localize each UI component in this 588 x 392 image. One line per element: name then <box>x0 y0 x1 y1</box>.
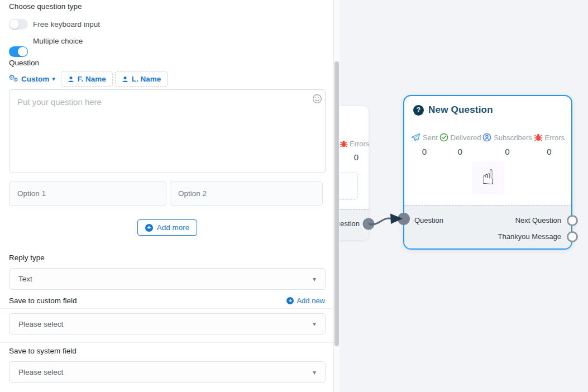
add-new-custom-field-button[interactable]: + Add new <box>286 297 325 305</box>
add-new-label: Add new <box>297 297 325 305</box>
toggle-free-keyboard-input[interactable] <box>9 19 28 30</box>
subscribers-icon <box>482 133 491 142</box>
output-port-next-question[interactable] <box>567 215 578 226</box>
selected-value: Text <box>18 275 32 283</box>
hand-cursor-icon: ☝ <box>482 167 495 188</box>
node-title: New Question <box>428 104 493 116</box>
stat-label: Delivered <box>451 133 481 142</box>
node-stats: Sent 0 Delivered 0 <box>404 133 571 156</box>
cursor-highlight: ☝ <box>472 162 504 194</box>
system-field-label: Save to system field <box>9 347 77 355</box>
scrollbar-thumb[interactable] <box>334 61 339 346</box>
stat-label: Subscribers <box>494 133 532 142</box>
custom-field-select[interactable]: Please select ▾ <box>9 313 326 334</box>
reply-type-label: Reply type <box>9 254 45 262</box>
gears-icon: ⚙⚙ <box>9 75 18 84</box>
custom-fields-dropdown-button[interactable]: ⚙⚙ Custom ▾ <box>9 73 59 86</box>
stat-subscribers: Subscribers 0 <box>482 133 532 156</box>
chip-label: L. Name <box>132 75 161 83</box>
errors-icon <box>534 133 543 142</box>
stat-value: 0 <box>505 147 509 156</box>
delivered-icon <box>439 133 448 142</box>
output-port-thankyou-message[interactable] <box>567 231 578 242</box>
custom-field-label: Save to custom field <box>9 297 77 305</box>
stat-value: 0 <box>340 152 373 162</box>
stat-label: Errors <box>350 140 369 148</box>
emoji-picker-button[interactable] <box>312 94 322 104</box>
stat-errors: Errors 0 <box>534 133 565 156</box>
stat-label: Errors <box>545 133 565 142</box>
stat-delivered: Delivered 0 <box>439 133 481 156</box>
toggle-label: Free keyboard input <box>33 20 100 28</box>
select-placeholder: Please select <box>18 320 63 328</box>
question-text-input[interactable] <box>9 89 326 173</box>
question-settings-panel: Choose question type Free keyboard input… <box>0 0 334 392</box>
send-icon <box>411 133 420 142</box>
stat-label: Sent <box>423 133 438 142</box>
chevron-down-icon: ▾ <box>52 75 55 83</box>
errors-icon <box>340 140 348 148</box>
person-icon <box>68 76 74 83</box>
option-1-input[interactable] <box>9 181 166 206</box>
toggle-label: Multiple choice <box>33 37 83 45</box>
reply-type-select[interactable]: Text ▾ <box>9 268 326 290</box>
system-field-select[interactable]: Please select ▾ <box>9 361 326 383</box>
add-more-button[interactable]: + Add more <box>137 219 198 236</box>
chevron-down-icon: ▾ <box>313 369 316 376</box>
node-header: ? New Question <box>413 104 493 116</box>
plus-circle-icon: + <box>286 297 294 304</box>
new-question-node[interactable]: ? New Question Sent 0 <box>403 95 572 250</box>
input-port-label: Question <box>414 216 443 224</box>
chevron-down-icon: ▾ <box>313 320 316 328</box>
app-screen: Errors 0 Next Question ? New Question <box>0 0 588 392</box>
section-divider <box>0 308 334 309</box>
chip-label: F. Name <box>78 75 106 83</box>
toggle-multiple-choice[interactable] <box>9 46 28 57</box>
node-footer: Question Next Question Thankyou Message <box>404 205 571 248</box>
person-icon <box>122 76 128 83</box>
partial-node-errors-stat: Errors 0 <box>340 140 373 162</box>
stat-value: 0 <box>547 147 551 156</box>
select-placeholder: Please select <box>18 368 63 376</box>
section-title-choose-question-type: Choose question type <box>9 2 82 11</box>
chevron-down-icon: ▾ <box>313 275 316 283</box>
option-2-input[interactable] <box>170 181 323 206</box>
output-port-label: Next Question <box>515 216 561 224</box>
question-section-label: Question <box>9 59 39 67</box>
custom-button-label: Custom <box>21 75 49 83</box>
panel-scrollbar[interactable] <box>334 0 340 392</box>
output-port-label: Thankyou Message <box>498 232 561 241</box>
question-badge-icon: ? <box>413 105 424 116</box>
smiley-icon <box>312 94 322 104</box>
plus-circle-icon: + <box>145 224 153 232</box>
insert-fname-chip[interactable]: F. Name <box>61 71 113 87</box>
connected-output-port[interactable] <box>363 218 374 230</box>
stat-value: 0 <box>422 147 427 156</box>
edge-arrowhead-icon <box>390 214 403 224</box>
section-divider <box>0 342 334 343</box>
add-more-label: Add more <box>157 223 190 232</box>
stat-sent: Sent 0 <box>411 133 438 156</box>
insert-lname-chip[interactable]: L. Name <box>115 71 168 87</box>
stat-value: 0 <box>458 147 462 156</box>
